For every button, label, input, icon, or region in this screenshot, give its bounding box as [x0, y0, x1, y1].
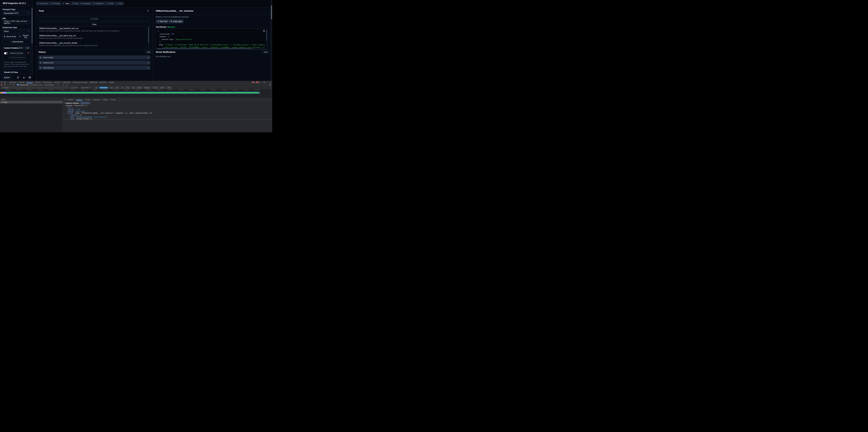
devtools-tab-performance[interactable]: Performance — [42, 81, 53, 84]
tab-elicitations[interactable]: Elicitations — [92, 2, 105, 5]
detail-tab-initiator[interactable]: Initiator — [101, 98, 109, 101]
servers-file-button[interactable]: Servers File — [18, 35, 31, 38]
clear-tools-button[interactable]: Clear — [38, 22, 151, 26]
tree-row[interactable]: arguments: {} — [64, 114, 152, 116]
filter-pill-other[interactable]: Other — [166, 87, 172, 89]
export-har-icon[interactable] — [65, 84, 68, 86]
tab-ping[interactable]: Ping — [71, 2, 79, 5]
url-input[interactable]: https://dlt-mcp-server-wqa7zy — [2, 20, 31, 24]
devtools-tab-angular[interactable]: Angular — [107, 81, 115, 84]
tool-list-item[interactable]: DltMcpToolsLambda___get_latest_test_run … — [39, 35, 144, 39]
list-tools-button[interactable]: List Tools — [38, 17, 151, 21]
scrollbar-thumb[interactable] — [32, 8, 32, 44]
clear-network-log-icon[interactable] — [3, 84, 7, 86]
detail-tab-timing[interactable]: Timing — [110, 98, 117, 101]
delete-header-icon[interactable] — [27, 52, 29, 54]
add-header-button[interactable]: + Add — [24, 47, 30, 49]
name-column-header[interactable]: Name — [0, 98, 62, 101]
json-mode-button[interactable]: JSON — [17, 47, 24, 49]
device-toolbar-icon[interactable] — [3, 81, 7, 83]
clear-notifications-button[interactable]: Clear — [262, 50, 270, 54]
history-item[interactable]: 2. tools/list ▶ — [38, 61, 151, 65]
filter-pill-css[interactable]: CSS — [115, 87, 120, 89]
devtools-settings-icon[interactable]: ⚙ — [262, 81, 266, 83]
devtools-tab-privacy[interactable]: Privacy and security — [71, 81, 88, 84]
view-source-button[interactable]: View source — [80, 102, 91, 104]
connection-type-select[interactable]: Direct — [2, 29, 31, 33]
page-scrollbar[interactable] — [271, 0, 272, 81]
theme-select[interactable]: System — [2, 76, 12, 79]
devtools-close-icon[interactable]: ✕ — [269, 82, 272, 83]
console-errors-badge[interactable]: ✕4 — [252, 81, 255, 83]
tree-row[interactable]: ▸_meta: {progressToken: 2} — [64, 118, 152, 120]
tool-list-item[interactable]: DltMcpToolsLambda___get_baseline_test_ru… — [39, 27, 144, 32]
devtools-menu-icon[interactable]: ⋮ — [266, 81, 269, 83]
detail-tab-response[interactable]: Response — [92, 98, 101, 101]
tree-row[interactable]: ▾params: {name: "DltMcpToolsLambda___lis… — [64, 112, 152, 114]
scrollbar-thumb[interactable] — [271, 5, 272, 19]
header-enabled-toggle[interactable] — [4, 52, 8, 54]
search-icon[interactable] — [12, 84, 15, 86]
network-settings-icon[interactable]: ⚙ — [268, 84, 272, 86]
github-icon[interactable] — [29, 76, 31, 79]
disable-cache-checkbox[interactable]: Disable cache — [30, 84, 43, 86]
tab-resources[interactable]: Resources — [36, 2, 50, 5]
detail-tab-headers[interactable]: Headers — [66, 98, 75, 101]
bug-icon[interactable] — [23, 76, 25, 79]
tree-row[interactable]: id: 2 — [64, 107, 152, 109]
network-conditions-icon[interactable] — [56, 84, 60, 86]
help-icon[interactable] — [17, 76, 19, 79]
history-item[interactable]: 1. initialize ▶ — [38, 66, 151, 70]
copy-input-button[interactable]: Copy Input — [169, 19, 184, 24]
run-tool-button[interactable]: Run Tool — [156, 19, 169, 24]
tree-row[interactable]: ▾{method: "tools/call",…} — [64, 105, 152, 107]
devtools-tab-network[interactable]: Network — [26, 81, 34, 84]
tab-prompts[interactable]: Prompts — [50, 2, 61, 5]
close-detail-icon[interactable]: ✕ — [64, 99, 66, 100]
tree-row[interactable]: name: "DltMcpToolsLambda___list_scenario… — [64, 116, 152, 118]
record-network-log-icon[interactable] — [0, 84, 3, 86]
devtools-tab-application[interactable]: Application — [61, 81, 71, 84]
throttling-select[interactable]: No throttling▾ — [44, 84, 55, 86]
devtools-tab-console[interactable]: Console — [18, 81, 26, 84]
filter-pill-manifest[interactable]: Manifest — [143, 87, 151, 89]
sidebar-scrollbar[interactable] — [32, 8, 32, 73]
invert-checkbox[interactable]: Invert — [71, 87, 78, 89]
devtools-tab-memory[interactable]: Memory — [54, 81, 61, 84]
import-har-icon[interactable] — [62, 84, 65, 86]
filter-pill-media[interactable]: Media — [136, 87, 142, 89]
tool-list-item[interactable]: DltMcpToolsLambda___get_scenario_details… — [39, 42, 144, 47]
tree-row[interactable]: jsonrpc: "2.0" — [64, 109, 152, 111]
inspect-element-icon[interactable] — [0, 81, 3, 83]
devtools-tab-lighthouse[interactable]: Lighthouse — [88, 81, 98, 84]
result-horizontal-scrollbar[interactable] — [156, 48, 266, 49]
clear-history-button[interactable]: Clear — [145, 50, 152, 54]
scrollbar-thumb[interactable] — [266, 30, 267, 40]
eye-icon[interactable] — [24, 57, 25, 59]
tab-auth[interactable]: Auth — [115, 2, 124, 5]
detail-tab-preview[interactable]: Preview — [83, 98, 92, 101]
filter-pill-font[interactable]: Font — [125, 87, 130, 89]
scrollbar-thumb[interactable] — [156, 48, 252, 49]
result-vertical-scrollbar[interactable] — [266, 29, 267, 47]
server-entry-button[interactable]: Server Entry — [2, 35, 18, 38]
request-payload-section[interactable]: ▾ Request Payload View source — [64, 102, 91, 104]
tree-row[interactable]: method: "tools/call" — [64, 111, 152, 112]
devtools-tab-elements[interactable]: Elements — [8, 81, 18, 84]
filter-pill-img[interactable]: Img — [131, 87, 135, 89]
tab-sampling[interactable]: Sampling — [79, 2, 92, 5]
filter-pill-js[interactable]: JS — [121, 87, 124, 89]
tab-roots[interactable]: Roots — [105, 2, 115, 5]
filter-pill-socket[interactable]: Socket — [152, 87, 158, 89]
history-item[interactable]: 3. tools/call ▶ — [38, 55, 151, 60]
network-request-row[interactable]: {} mcp — [0, 101, 62, 103]
header-value-input[interactable]: ••••••••••••••• — [9, 56, 26, 59]
filter-pill-wasm[interactable]: Wasm — [159, 87, 166, 89]
filter-pill-all[interactable]: All — [94, 87, 98, 89]
detail-tab-payload[interactable]: Payload — [75, 98, 83, 101]
filter-pill-fetch-xhr[interactable]: Fetch/XHR — [99, 87, 108, 89]
copy-result-icon[interactable] — [263, 30, 265, 32]
scrollbar-thumb[interactable] — [148, 27, 149, 42]
transport-type-select[interactable]: Streamable HTTP — [2, 11, 31, 15]
issues-badge[interactable]: ✕1 — [256, 81, 259, 83]
